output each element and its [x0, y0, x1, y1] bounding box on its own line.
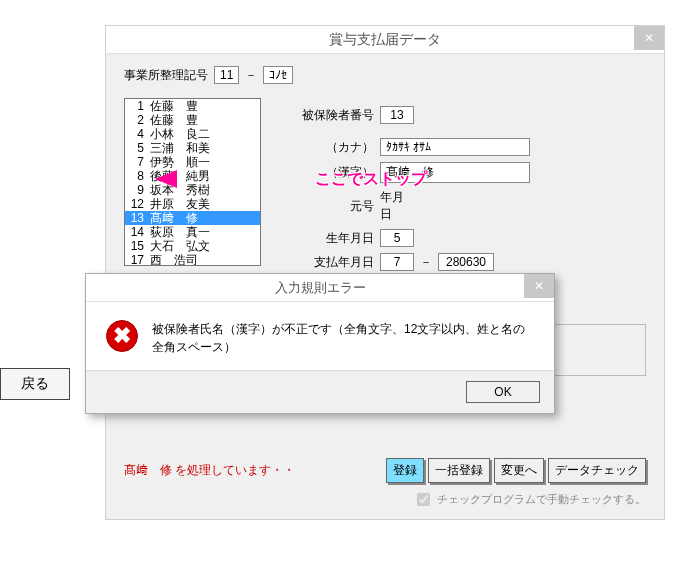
list-item: 14荻原 真一: [125, 225, 260, 239]
change-button[interactable]: 変更へ: [494, 458, 544, 483]
list-item: 1佐藤 豊: [125, 99, 260, 113]
error-titlebar: 入力規則エラー ✕: [86, 274, 554, 302]
kana-field[interactable]: ﾀｶｻｷ ｵｻﾑ: [380, 138, 530, 156]
list-item: 5三浦 和美: [125, 141, 260, 155]
bulk-register-button[interactable]: 一括登録: [428, 458, 490, 483]
form-area: 被保険者番号 13 （カナ） ﾀｶｻｷ ｵｻﾑ （漢字） 髙﨑 修 元号 年月日…: [292, 106, 530, 277]
birth-code-field[interactable]: 5: [380, 229, 414, 247]
pay-date-label: 支払年月日: [292, 254, 374, 271]
birth-label: 生年月日: [292, 230, 374, 247]
kanji-field[interactable]: 髙﨑 修: [380, 162, 530, 183]
kana-label: （カナ）: [292, 139, 374, 156]
error-footer: OK: [86, 370, 554, 413]
pay-era-field[interactable]: 7: [380, 253, 414, 271]
insured-no-label: 被保険者番号: [292, 107, 374, 124]
bottom-button-bar: 登録 一括登録 変更へ データチェック: [386, 458, 646, 483]
office-code-1[interactable]: 11: [214, 66, 239, 84]
list-item: 9坂本 秀樹: [125, 183, 260, 197]
error-title: 入力規則エラー: [275, 279, 366, 297]
list-item: 7伊勢 順一: [125, 155, 260, 169]
era-label: 元号: [292, 198, 374, 215]
list-item: 12井原 友美: [125, 197, 260, 211]
register-button[interactable]: 登録: [386, 458, 424, 483]
office-code-dash: －: [245, 67, 257, 84]
insured-no-field[interactable]: 13: [380, 106, 414, 124]
kanji-label: （漢字）: [292, 164, 374, 181]
pay-dash: －: [420, 254, 432, 271]
pay-date-field[interactable]: 280630: [438, 253, 494, 271]
office-code-row: 事業所整理記号 11 － ｺﾉｾ: [124, 66, 646, 84]
error-icon: ✖: [106, 320, 138, 352]
list-item: 4小林 良二: [125, 127, 260, 141]
back-button[interactable]: 戻る: [0, 368, 70, 400]
error-message: 被保険者氏名（漢字）が不正です（全角文字、12文字以内、姓と名の全角スペース）: [152, 320, 534, 356]
ok-button[interactable]: OK: [466, 381, 540, 403]
list-item: 8後藤 純男: [125, 169, 260, 183]
status-text: 髙﨑 修 を処理しています・・: [124, 462, 295, 479]
error-close-icon[interactable]: ✕: [524, 274, 554, 298]
data-check-button[interactable]: データチェック: [548, 458, 646, 483]
main-titlebar: 賞与支払届データ ✕: [106, 26, 664, 54]
manual-check-label: チェックプログラムで手動チェックする。: [437, 492, 646, 507]
list-item: 2佐藤 豊: [125, 113, 260, 127]
list-item-selected: 13髙﨑 修: [125, 211, 260, 225]
list-item: 15大石 弘文: [125, 239, 260, 253]
employee-list[interactable]: 1佐藤 豊 2佐藤 豊 4小林 良二 5三浦 和美 7伊勢 順一 8後藤 純男 …: [124, 98, 261, 266]
manual-check-checkbox[interactable]: [417, 493, 430, 506]
error-body: ✖ 被保険者氏名（漢字）が不正です（全角文字、12文字以内、姓と名の全角スペース…: [86, 302, 554, 370]
office-code-label: 事業所整理記号: [124, 67, 208, 84]
close-icon[interactable]: ✕: [634, 26, 664, 50]
era-sub-label: 年月日: [380, 189, 410, 223]
window-title: 賞与支払届データ: [329, 31, 441, 49]
list-item: 17西 浩司: [125, 253, 260, 266]
office-code-2[interactable]: ｺﾉｾ: [263, 66, 293, 84]
error-dialog: 入力規則エラー ✕ ✖ 被保険者氏名（漢字）が不正です（全角文字、12文字以内、…: [85, 273, 555, 414]
manual-check-row: チェックプログラムで手動チェックする。: [413, 490, 646, 509]
